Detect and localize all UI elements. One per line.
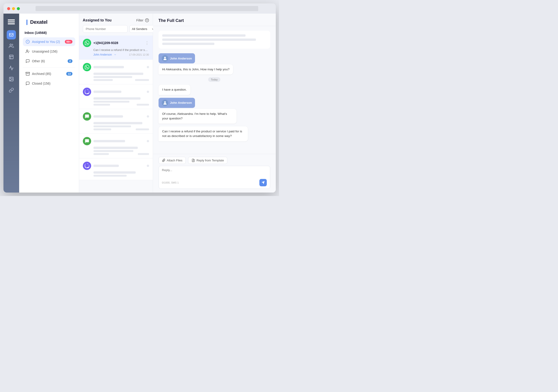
agent-message: Hi Aleksandra, this is John, How may I h… (158, 64, 233, 75)
reply-template-button[interactable]: Reply from Template (188, 157, 227, 164)
brand-icon: ❙ (25, 19, 29, 25)
nav-item-other[interactable]: Other (6) 2 (23, 57, 75, 66)
skeleton-dot (147, 115, 149, 118)
conversation-sender: John Anderson (94, 53, 112, 56)
sender-filter-value: All Senders (132, 27, 147, 31)
channel-avatar-viber (83, 88, 91, 96)
reply-counter: 0/1000, SMS 1 (162, 181, 179, 184)
chat-messages: John Anderson Hi Aleksandra, this is Joh… (153, 26, 276, 154)
conversation-item[interactable] (79, 84, 153, 109)
skeleton-bar (94, 150, 134, 152)
send-button[interactable] (259, 179, 267, 186)
conversation-item[interactable] (79, 109, 153, 134)
skeleton-dot (147, 66, 149, 68)
svg-rect-4 (9, 55, 13, 59)
attach-files-label: Attach Files (167, 159, 183, 162)
inbox-title: Inbox (14568) (23, 31, 75, 34)
nav-label-other: Other (6) (32, 59, 45, 63)
skeleton-bar (137, 104, 149, 106)
svg-point-10 (26, 50, 28, 51)
skeleton-bar (94, 101, 130, 102)
conversation-more-button[interactable]: ⋮ (145, 40, 149, 45)
svg-point-19 (164, 101, 166, 103)
brand-name: Dexatel (30, 19, 48, 25)
skeleton-bar (94, 165, 119, 167)
skeleton-bar (94, 147, 138, 149)
skeleton-dot (147, 165, 149, 167)
maximize-button[interactable] (17, 7, 20, 10)
nav-badge-archived: 13 (66, 72, 72, 76)
filter-button[interactable]: Filter (136, 18, 149, 22)
skeleton-dot (147, 140, 149, 142)
reply-input-wrap: 0/1000, SMS 1 (158, 166, 270, 189)
sidebar-item-inbox[interactable] (7, 30, 16, 39)
nav-label-archived: Archived (85) (32, 72, 51, 76)
address-bar (35, 6, 258, 11)
titlebar (3, 3, 276, 14)
sidebar-item-contacts[interactable] (7, 41, 16, 51)
nav-label-closed: Closed (156) (32, 82, 51, 85)
agent-message-header: John Anderson (158, 98, 195, 108)
agent-name: John Anderson (170, 101, 192, 104)
conversations-header: Assigned to You Filter (79, 14, 153, 25)
conversation-preview: Can I receive a refund if the product or… (94, 48, 149, 52)
sidebar-item-reports[interactable] (7, 52, 16, 61)
sidebar-item-integrations[interactable] (7, 85, 16, 95)
conversation-item[interactable] (79, 134, 153, 158)
channel-avatar-sms (83, 112, 91, 121)
reply-input[interactable] (162, 168, 267, 178)
app-window: ❙ Dexatel Inbox (14568) Assigned to You … (3, 3, 276, 193)
conversation-item[interactable] (79, 158, 153, 180)
sidebar-item-campaigns[interactable] (7, 63, 16, 73)
skeleton-bar (94, 97, 141, 100)
skeleton-bar (94, 76, 132, 78)
conversation-time: 17-09-2021 12:30 (129, 53, 149, 56)
reply-footer: 0/1000, SMS 1 (162, 179, 267, 186)
agent-avatar (162, 100, 168, 106)
message-group: John Anderson Of course, Aleksandra. I'm… (158, 98, 270, 124)
skeleton-bar (94, 91, 122, 93)
reply-template-label: Reply from Template (196, 159, 224, 162)
skeleton-bar (135, 79, 149, 81)
agent-avatar (162, 55, 168, 61)
skeleton-bar (94, 175, 127, 177)
sidebar-item-media[interactable] (7, 75, 16, 84)
channel-avatar-sms (83, 137, 91, 145)
skeleton-bar (94, 79, 113, 81)
svg-point-8 (10, 78, 11, 79)
skeleton-bar (94, 140, 125, 142)
customer-message: Can I receive a refund if the product or… (158, 126, 248, 141)
conversations-title: Assigned to You (83, 18, 112, 22)
agent-name: John Anderson (170, 57, 192, 60)
skeleton-bar (94, 104, 110, 106)
message-group: John Anderson Hi Aleksandra, this is Joh… (158, 53, 270, 75)
skeleton-bar (94, 122, 142, 124)
chat-title: The Full Cart (158, 18, 184, 23)
nav-item-closed[interactable]: Closed (156) (23, 79, 75, 88)
nav-badge-other: 2 (68, 59, 72, 63)
phone-filter-input[interactable] (83, 25, 128, 33)
skeleton-bar (94, 66, 124, 68)
attach-files-button[interactable]: Attach Files (158, 157, 186, 164)
close-button[interactable] (7, 7, 10, 10)
loading-skeleton (158, 31, 270, 49)
customer-message: I have a question. (158, 85, 191, 95)
skeleton-bar (162, 43, 214, 45)
skeleton-bar (162, 39, 256, 41)
conversation-item[interactable]: +1(941)209-9328 ⋮ Can I receive a refund… (79, 35, 153, 60)
skeleton-dot (147, 91, 149, 93)
svg-rect-12 (26, 72, 30, 73)
skeleton-bar (94, 128, 111, 130)
conversation-item[interactable] (79, 60, 153, 84)
menu-button[interactable] (7, 17, 16, 26)
conversations-list: +1(941)209-9328 ⋮ Can I receive a refund… (79, 35, 153, 193)
sidebar (3, 14, 19, 193)
nav-badge-assigned: 99+ (65, 40, 72, 43)
nav-item-archived[interactable]: Archived (85) 13 (23, 69, 75, 78)
minimize-button[interactable] (12, 7, 15, 10)
nav-item-unassigned[interactable]: Unassigned (156) (23, 47, 75, 56)
agent-message: Of course, Aleksandra. I'm here to help.… (158, 109, 237, 124)
conversations-filters: All Senders (79, 25, 153, 35)
nav-item-assigned[interactable]: Assigned to You (2) 99+ (23, 37, 75, 46)
conversation-phone: +1(941)209-9328 (94, 41, 143, 45)
